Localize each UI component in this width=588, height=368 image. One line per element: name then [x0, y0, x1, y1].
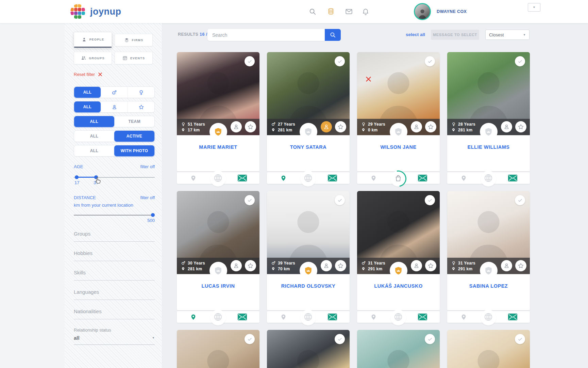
filter-field-hobbies[interactable]: Hobbies — [74, 250, 155, 270]
favorite-star-button[interactable] — [425, 121, 436, 132]
globe-action-button[interactable] — [300, 311, 316, 323]
sidebar-nav-events[interactable]: EVENTS — [115, 52, 153, 64]
bag-loading-action-button[interactable] — [390, 172, 406, 184]
location-action-button[interactable] — [187, 172, 199, 184]
globe-action-button[interactable] — [390, 311, 406, 323]
toggle-option[interactable]: ALL — [74, 131, 114, 142]
toggle-option[interactable]: TEAM — [114, 116, 155, 127]
toggle-option[interactable]: ALL — [74, 101, 101, 112]
location-action-button[interactable] — [278, 311, 289, 323]
age-filter-state[interactable]: filter off — [140, 164, 155, 169]
select-check-icon[interactable] — [245, 334, 255, 344]
filter-field-nationalities[interactable]: Nationalities — [74, 308, 155, 328]
select-check-icon[interactable] — [425, 334, 435, 344]
distance-slider[interactable] — [74, 213, 155, 217]
toggle-option[interactable]: ALL — [74, 145, 114, 156]
favorite-star-button[interactable] — [335, 260, 346, 271]
joynup-logo[interactable]: joynup — [70, 4, 121, 19]
toggle-option[interactable]: ACTIVE — [114, 131, 154, 142]
profile-person-button[interactable] — [501, 121, 512, 132]
toggle-option[interactable]: WITH PHOTO — [114, 145, 154, 156]
profile-name[interactable]: ELLIE WILLIAMS — [468, 144, 510, 171]
toggle-option[interactable]: ALL — [74, 116, 114, 127]
sidebar-nav-groups[interactable]: GROUPS — [74, 52, 112, 64]
profile-photo[interactable]: ♀ 28 Years 281 km — [447, 52, 530, 135]
globe-action-button[interactable] — [481, 311, 496, 323]
select-check-icon[interactable] — [245, 56, 255, 66]
male-icon[interactable]: ♂ — [101, 87, 128, 98]
person-icon[interactable] — [101, 101, 128, 112]
profile-name[interactable]: WILSON JANE — [380, 144, 416, 171]
sort-select[interactable]: Closest ▼ — [485, 30, 530, 40]
select-check-icon[interactable] — [515, 334, 525, 344]
female-icon[interactable]: ♀ — [128, 87, 154, 98]
message-to-select-button[interactable]: MESSAGE TO SELECT — [431, 30, 479, 40]
profile-photo[interactable] — [177, 330, 259, 368]
message-action-button[interactable] — [416, 311, 429, 323]
globe-action-button[interactable] — [210, 172, 226, 184]
message-action-button[interactable] — [236, 311, 249, 323]
profile-person-button[interactable] — [411, 260, 422, 271]
profile-photo[interactable]: ♂ 31 Years 291 km — [357, 191, 440, 274]
message-action-button[interactable] — [506, 172, 519, 184]
location-action-button[interactable] — [187, 311, 199, 323]
age-slider-handle-min[interactable] — [75, 175, 79, 179]
favorite-star-button[interactable] — [335, 121, 346, 132]
message-action-button[interactable] — [416, 172, 429, 184]
select-check-icon[interactable] — [425, 195, 435, 205]
select-check-icon[interactable] — [245, 195, 255, 205]
sidebar-nav-firms[interactable]: FIRMS — [115, 34, 153, 46]
select-check-icon[interactable] — [335, 195, 345, 205]
globe-action-button[interactable] — [210, 311, 226, 323]
location-action-button[interactable] — [368, 172, 379, 184]
profile-name[interactable]: LUCAS IRVIN — [202, 283, 235, 310]
favorite-star-button[interactable] — [245, 260, 256, 271]
avatar[interactable] — [414, 3, 431, 20]
select-check-icon[interactable] — [335, 56, 345, 66]
profile-person-button[interactable] — [231, 121, 242, 132]
bell-icon[interactable] — [362, 8, 369, 15]
message-action-button[interactable] — [506, 311, 519, 323]
globe-action-button[interactable] — [300, 172, 316, 184]
profile-photo[interactable] — [447, 330, 530, 368]
select-check-icon[interactable] — [425, 56, 435, 66]
profile-name[interactable]: SABINA LOPEZ — [469, 283, 508, 310]
profile-name[interactable]: RICHARD OLSOVSKY — [281, 283, 335, 310]
location-action-button[interactable] — [458, 172, 469, 184]
user-menu-dropdown[interactable]: ▼ — [528, 3, 540, 12]
remove-x-icon[interactable] — [365, 76, 372, 82]
favorite-star-button[interactable] — [515, 260, 526, 271]
sidebar-nav-people[interactable]: PEOPLE — [74, 32, 112, 48]
profile-person-button[interactable] — [501, 260, 512, 271]
location-action-button[interactable] — [368, 311, 379, 323]
select-check-icon[interactable] — [515, 195, 525, 205]
profile-photo[interactable]: ♀ 51 Years 17 km — [177, 52, 259, 135]
favorite-star-button[interactable] — [425, 260, 436, 271]
age-slider[interactable] — [74, 175, 155, 179]
filter-field-groups[interactable]: Groups — [74, 231, 155, 250]
profile-person-button[interactable] — [321, 260, 332, 271]
profile-photo[interactable]: ♀ 31 Years 291 km — [447, 191, 530, 274]
profile-photo[interactable]: ♂ 39 Years 70 km — [267, 191, 350, 274]
profile-photo[interactable]: ♂ 27 Years 281 km — [267, 52, 350, 135]
select-check-icon[interactable] — [335, 334, 345, 344]
filter-field-languages[interactable]: Languages — [74, 289, 155, 308]
relationship-status-select[interactable]: all ▼ — [74, 335, 155, 341]
profile-person-button[interactable] — [411, 121, 422, 132]
message-action-button[interactable] — [326, 172, 339, 184]
profile-name[interactable]: TONY SATARA — [290, 144, 327, 171]
favorite-star-button[interactable] — [515, 121, 526, 132]
message-action-button[interactable] — [326, 311, 339, 323]
profile-photo[interactable] — [357, 330, 440, 368]
profile-name[interactable]: MARIE MARIET — [199, 144, 237, 171]
filter-field-skills[interactable]: Skills — [74, 270, 155, 289]
toggle-option[interactable]: ALL — [74, 87, 101, 98]
distance-slider-handle[interactable] — [151, 213, 155, 217]
select-all-link[interactable]: select all — [406, 32, 425, 37]
search-icon[interactable] — [309, 8, 316, 15]
globe-action-button[interactable] — [481, 172, 496, 184]
profile-photo[interactable] — [267, 330, 350, 368]
database-icon[interactable] — [327, 8, 335, 15]
search-button[interactable] — [325, 29, 341, 41]
location-action-button[interactable] — [458, 311, 469, 323]
